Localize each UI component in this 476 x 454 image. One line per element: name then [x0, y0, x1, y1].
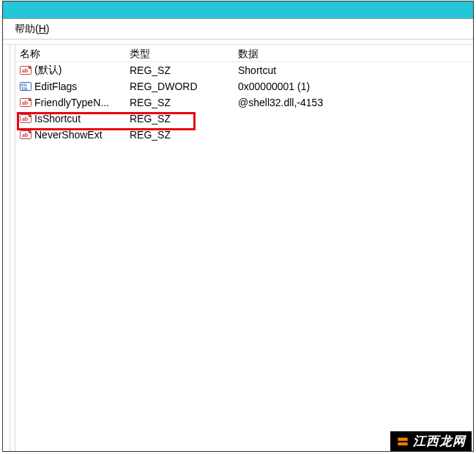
dword-icon: 011110	[20, 81, 31, 92]
registry-list: 名称 类型 数据 ab(默认)REG_SZShortcut011110EditF…	[15, 45, 473, 451]
string-icon: ab	[20, 129, 31, 141]
svg-rect-2	[29, 67, 31, 69]
cell-name: abFriendlyTypeN...	[15, 97, 125, 108]
menu-help[interactable]: 帮助(H)	[10, 21, 53, 37]
cell-type: REG_DWORD	[125, 81, 234, 92]
table-row[interactable]: abFriendlyTypeN...REG_SZ@shell32.dll,-41…	[15, 94, 473, 111]
watermark: 〓 江西龙网	[390, 431, 472, 451]
client-area: 名称 类型 数据 ab(默认)REG_SZShortcut011110EditF…	[3, 44, 473, 451]
cell-name: 011110EditFlags	[15, 81, 125, 92]
cell-type: REG_SZ	[125, 97, 234, 108]
menu-help-label: 帮助(H)	[15, 23, 49, 34]
svg-text:110: 110	[21, 86, 27, 91]
svg-rect-8	[29, 99, 31, 101]
cell-type: REG_SZ	[125, 113, 234, 124]
tree-pane-edge	[3, 45, 10, 451]
svg-rect-14	[29, 131, 31, 133]
rows-container: ab(默认)REG_SZShortcut011110EditFlagsREG_D…	[15, 62, 473, 143]
window-frame: 帮助(H) 名称 类型 数据 ab(默认)REG_SZShortcut01111…	[2, 1, 474, 452]
cell-data: 0x00000001 (1)	[234, 81, 473, 92]
svg-text:ab: ab	[22, 100, 29, 106]
cell-name: abIsShortcut	[15, 113, 125, 124]
cell-name: abNeverShowExt	[15, 129, 125, 141]
svg-rect-11	[29, 115, 31, 117]
table-row[interactable]: abIsShortcutREG_SZ	[15, 111, 473, 127]
header-name[interactable]: 名称	[15, 48, 125, 61]
svg-text:ab: ab	[22, 67, 29, 74]
cell-name: ab(默认)	[15, 64, 125, 77]
table-row[interactable]: 011110EditFlagsREG_DWORD0x00000001 (1)	[15, 78, 473, 94]
menu-bar: 帮助(H)	[3, 19, 473, 40]
header-data[interactable]: 数据	[234, 48, 473, 61]
table-row[interactable]: abNeverShowExtREG_SZ	[15, 127, 473, 143]
string-icon: ab	[20, 64, 31, 76]
cell-data: @shell32.dll,-4153	[234, 97, 473, 108]
cell-type: REG_SZ	[125, 129, 234, 141]
watermark-text: 江西龙网	[413, 433, 466, 450]
svg-text:ab: ab	[22, 132, 29, 138]
string-icon: ab	[20, 97, 31, 108]
table-row[interactable]: ab(默认)REG_SZShortcut	[15, 62, 473, 78]
cell-data: Shortcut	[234, 64, 473, 76]
splitter[interactable]	[10, 45, 15, 451]
column-headers: 名称 类型 数据	[15, 45, 473, 62]
window-titlebar[interactable]	[3, 1, 473, 19]
header-type[interactable]: 类型	[125, 48, 234, 61]
string-icon: ab	[20, 113, 31, 124]
svg-text:ab: ab	[22, 116, 29, 122]
cell-type: REG_SZ	[125, 64, 234, 76]
watermark-accent-icon: 〓	[396, 435, 409, 448]
